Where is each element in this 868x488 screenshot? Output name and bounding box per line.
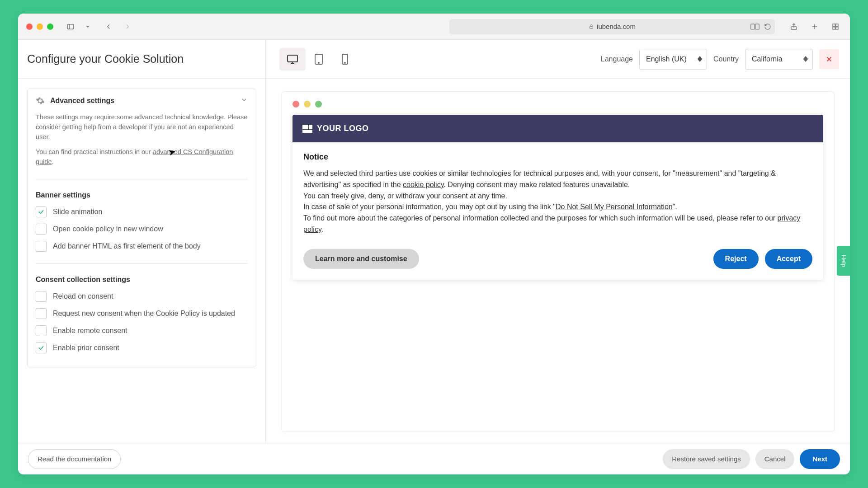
close-button[interactable] <box>819 49 839 69</box>
notice-title: Notice <box>303 152 812 162</box>
nav-forward-icon[interactable] <box>121 20 134 33</box>
chevron-down-icon <box>241 96 248 105</box>
logo-icon <box>302 125 312 133</box>
learn-more-button[interactable]: Learn more and customise <box>303 249 419 269</box>
share-icon[interactable] <box>788 20 800 33</box>
banner-settings-heading: Banner settings <box>36 191 248 199</box>
svg-rect-9 <box>836 24 838 26</box>
consent-setting-label: Enable remote consent <box>53 325 127 336</box>
accept-button[interactable]: Accept <box>765 249 812 269</box>
consent-setting-checkbox[interactable] <box>36 308 47 319</box>
consent-settings-heading: Consent collection settings <box>36 276 248 284</box>
reject-button[interactable]: Reject <box>713 249 759 269</box>
consent-setting-checkbox[interactable] <box>36 291 47 302</box>
preview-minimize-icon <box>304 101 311 108</box>
reader-icon[interactable] <box>750 23 760 30</box>
svg-rect-8 <box>833 24 835 26</box>
preview-maximize-icon <box>315 101 322 108</box>
address-text: iubenda.com <box>597 23 636 30</box>
svg-rect-22 <box>309 125 312 129</box>
next-button[interactable]: Next <box>800 449 840 469</box>
advanced-settings-toggle[interactable]: Advanced settings <box>36 96 248 105</box>
svg-rect-2 <box>590 26 593 28</box>
banner-setting-checkbox[interactable] <box>36 241 47 252</box>
svg-rect-0 <box>67 24 74 29</box>
consent-setting-row: Enable remote consent <box>36 325 248 336</box>
svg-point-16 <box>318 62 319 63</box>
read-docs-button[interactable]: Read the documentation <box>28 449 121 469</box>
banner-setting-checkbox[interactable] <box>36 206 47 217</box>
language-select[interactable]: English (UK) <box>639 49 707 70</box>
page-title: Configure your Cookie Solution <box>27 52 184 66</box>
consent-setting-row: Enable prior consent <box>36 343 248 353</box>
preview-close-icon <box>292 101 299 108</box>
svg-rect-12 <box>288 55 297 62</box>
window-controls <box>26 23 53 30</box>
help-tab[interactable]: Help <box>837 246 850 276</box>
gear-icon <box>36 96 45 105</box>
notice-logo-bar: YOUR LOGO <box>292 115 823 142</box>
banner-setting-label: Open cookie policy in new window <box>53 224 163 234</box>
select-caret-icon <box>803 56 808 62</box>
dnsmpi-link[interactable]: Do Not Sell My Personal Information <box>556 203 673 211</box>
reload-icon[interactable] <box>764 23 771 30</box>
advanced-description: These settings may require some advanced… <box>36 113 248 142</box>
consent-setting-label: Request new consent when the Cookie Poli… <box>53 308 235 319</box>
settings-sidebar: Advanced settings These settings may req… <box>18 79 266 443</box>
sidebar-toggle-icon[interactable] <box>64 20 77 33</box>
svg-rect-23 <box>302 130 312 133</box>
preview-area: YOUR LOGO Notice We and selected third p… <box>266 79 850 443</box>
cookie-policy-link[interactable]: cookie policy <box>403 181 443 188</box>
banner-setting-row: Open cookie policy in new window <box>36 224 248 235</box>
preview-window: YOUR LOGO Notice We and selected third p… <box>281 91 835 432</box>
consent-setting-row: Request new consent when the Cookie Poli… <box>36 308 248 319</box>
svg-rect-11 <box>836 27 838 29</box>
country-label: Country <box>713 55 739 63</box>
tab-overview-icon[interactable] <box>829 20 842 33</box>
svg-rect-21 <box>302 125 308 129</box>
preview-window-controls <box>292 101 823 108</box>
banner-setting-checkbox[interactable] <box>36 224 47 235</box>
banner-setting-row: Slide animation <box>36 206 248 217</box>
country-select[interactable]: California <box>745 49 813 70</box>
consent-setting-checkbox[interactable] <box>36 325 47 336</box>
new-tab-icon[interactable] <box>808 20 821 33</box>
device-desktop-button[interactable] <box>279 48 306 70</box>
device-mobile-button[interactable] <box>332 48 358 70</box>
dropdown-icon[interactable] <box>81 20 94 33</box>
svg-point-18 <box>344 62 345 63</box>
close-window-icon[interactable] <box>26 23 33 30</box>
svg-rect-4 <box>755 24 759 29</box>
device-tablet-button[interactable] <box>306 48 332 70</box>
svg-rect-10 <box>833 27 835 29</box>
minimize-window-icon[interactable] <box>37 23 43 30</box>
browser-window: iubenda.com Configure your Cookie Soluti… <box>18 14 850 474</box>
advanced-guide-text: You can find practical instructions in o… <box>36 147 248 167</box>
footer-bar: Read the documentation Restore saved set… <box>18 443 850 474</box>
banner-setting-row: Add banner HTML as first element of the … <box>36 241 248 252</box>
consent-setting-checkbox[interactable] <box>36 343 47 353</box>
cookie-notice: YOUR LOGO Notice We and selected third p… <box>292 115 823 280</box>
address-bar[interactable]: iubenda.com <box>449 19 775 34</box>
nav-back-icon[interactable] <box>102 20 115 33</box>
restore-settings-button[interactable]: Restore saved settings <box>663 449 750 469</box>
banner-setting-label: Add banner HTML as first element of the … <box>53 241 201 251</box>
notice-text: We and selected third parties use cookie… <box>303 168 812 235</box>
cancel-button[interactable]: Cancel <box>755 449 795 469</box>
app-header: Configure your Cookie Solution Language <box>18 40 850 79</box>
banner-setting-label: Slide animation <box>53 206 102 217</box>
select-caret-icon <box>698 56 702 62</box>
consent-setting-label: Enable prior consent <box>53 343 119 353</box>
maximize-window-icon[interactable] <box>47 23 53 30</box>
consent-setting-label: Reload on consent <box>53 291 113 301</box>
lock-icon <box>589 23 594 30</box>
language-label: Language <box>601 55 633 63</box>
svg-rect-3 <box>751 24 755 29</box>
browser-toolbar: iubenda.com <box>18 14 850 40</box>
consent-setting-row: Reload on consent <box>36 291 248 302</box>
